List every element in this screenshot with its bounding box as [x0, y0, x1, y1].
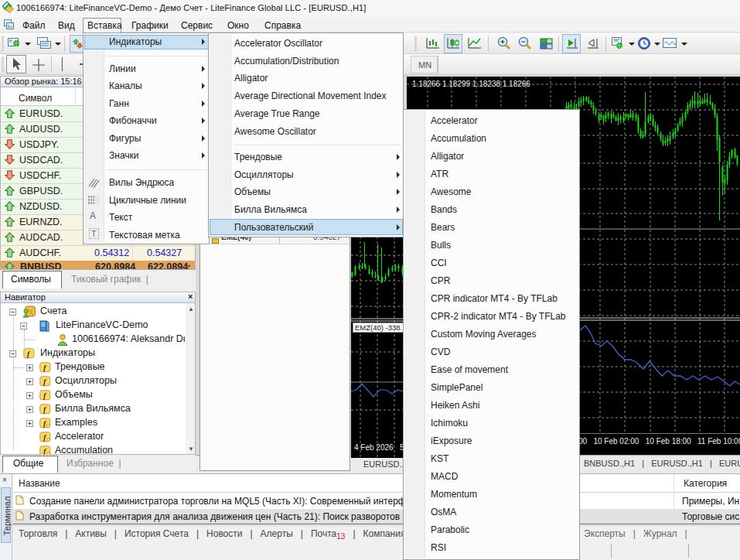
svg-text:1.18266 1.18299 1.18238 1.1826: 1.18266 1.18299 1.18238 1.18266 [412, 80, 530, 88]
